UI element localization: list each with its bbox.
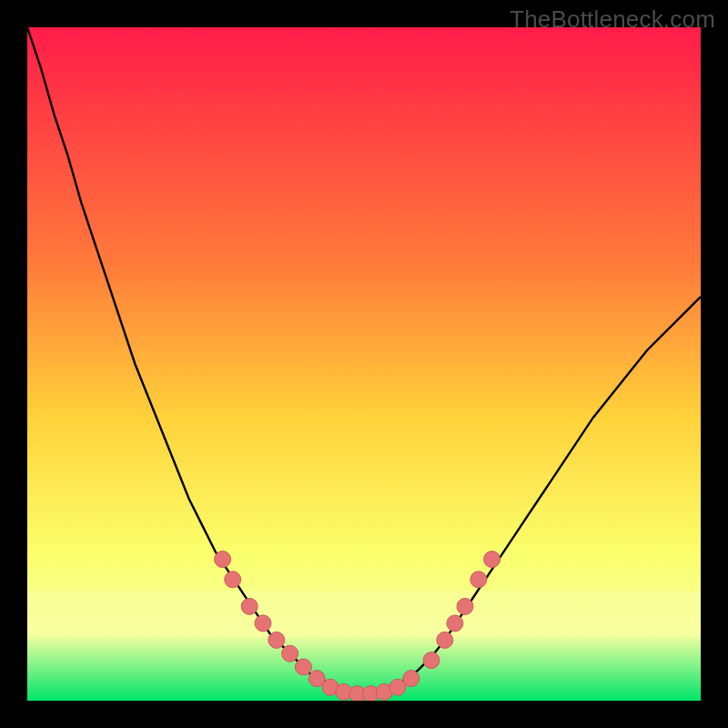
curve-marker bbox=[403, 671, 420, 687]
curve-marker bbox=[215, 551, 231, 568]
chart-frame: TheBottleneck.com bbox=[0, 0, 728, 728]
curve-marker bbox=[423, 652, 440, 669]
bottleneck-chart bbox=[27, 27, 701, 701]
curve-marker bbox=[470, 571, 487, 588]
curve-marker bbox=[457, 598, 473, 614]
curve-marker bbox=[225, 571, 241, 588]
curve-marker bbox=[295, 659, 311, 675]
watermark-text: TheBottleneck.com bbox=[510, 5, 715, 34]
curve-marker bbox=[241, 598, 258, 614]
curve-marker bbox=[268, 632, 285, 648]
curve-marker bbox=[437, 632, 453, 648]
plot-area bbox=[27, 27, 701, 701]
pale-band bbox=[27, 592, 701, 637]
curve-marker bbox=[255, 615, 271, 632]
curve-marker bbox=[484, 551, 500, 568]
curve-marker bbox=[282, 645, 298, 662]
curve-marker bbox=[447, 615, 463, 632]
